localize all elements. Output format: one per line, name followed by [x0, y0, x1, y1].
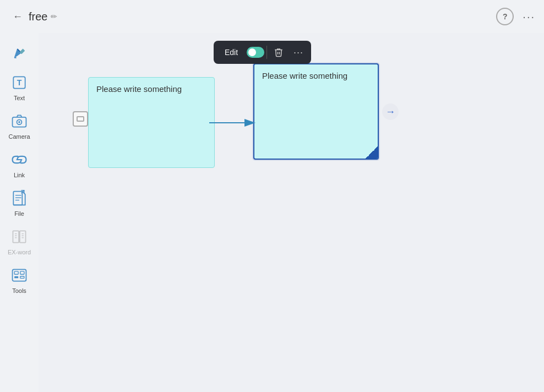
file-label: File	[14, 210, 24, 217]
card-right[interactable]: Please write something	[253, 63, 379, 160]
tools-icon	[9, 265, 29, 285]
page-title: free	[29, 10, 47, 23]
right-handle[interactable]: →	[382, 104, 399, 120]
edit-button[interactable]: Edit	[217, 45, 246, 60]
toolbar-more-button[interactable]: ···	[289, 43, 308, 62]
svg-point-7	[18, 121, 20, 123]
camera-icon	[9, 111, 29, 131]
sidebar-item-camera[interactable]: Camera	[3, 107, 36, 143]
card-left[interactable]: Please write something	[88, 77, 215, 168]
canvas-area: Please write something Please write some…	[39, 33, 544, 392]
text-icon: T	[9, 73, 29, 92]
link-label: Link	[14, 172, 25, 178]
top-right-actions: ? ···	[496, 8, 535, 25]
toolbar: Edit ···	[214, 41, 311, 64]
title-area: free ✏	[29, 10, 57, 23]
sidebar-item-link[interactable]: Link	[3, 145, 36, 182]
exword-icon	[9, 227, 29, 247]
sidebar-item-text[interactable]: T Text	[3, 68, 36, 105]
svg-rect-9	[13, 192, 22, 205]
edit-title-icon[interactable]: ✏	[51, 12, 57, 21]
svg-rect-24	[20, 271, 24, 274]
link-icon	[9, 150, 29, 170]
sidebar-item-file[interactable]: File	[3, 184, 36, 220]
svg-rect-15	[20, 231, 26, 242]
tools-label: Tools	[12, 287, 26, 294]
toggle-button[interactable]	[247, 47, 264, 58]
svg-rect-25	[14, 276, 18, 279]
card-right-text[interactable]: Please write something	[254, 64, 378, 87]
text-label: Text	[14, 95, 25, 101]
sidebar-item-pen[interactable]	[3, 39, 36, 66]
more-options-button[interactable]: ···	[523, 10, 535, 23]
svg-rect-23	[14, 271, 18, 274]
sidebar: T Text Camera Link	[0, 33, 39, 392]
help-button[interactable]: ?	[496, 8, 514, 25]
sidebar-item-tools[interactable]: Tools	[3, 261, 36, 297]
svg-text:T: T	[17, 78, 22, 87]
delete-button[interactable]	[269, 43, 288, 62]
pen-icon	[9, 43, 29, 63]
top-bar: ← free ✏ ? ···	[0, 0, 544, 33]
right-arrow-icon: →	[385, 106, 395, 118]
file-icon	[9, 188, 29, 208]
left-handle[interactable]	[73, 111, 88, 127]
camera-label: Camera	[8, 133, 30, 140]
toolbar-separator	[266, 46, 267, 59]
back-button[interactable]: ←	[9, 8, 26, 25]
card-left-text[interactable]: Please write something	[89, 78, 214, 100]
svg-rect-14	[13, 231, 19, 242]
svg-rect-26	[20, 276, 24, 279]
sidebar-item-exword: EX-word	[3, 222, 36, 259]
left-handle-inner	[77, 116, 84, 122]
exword-label: EX-word	[8, 249, 31, 255]
